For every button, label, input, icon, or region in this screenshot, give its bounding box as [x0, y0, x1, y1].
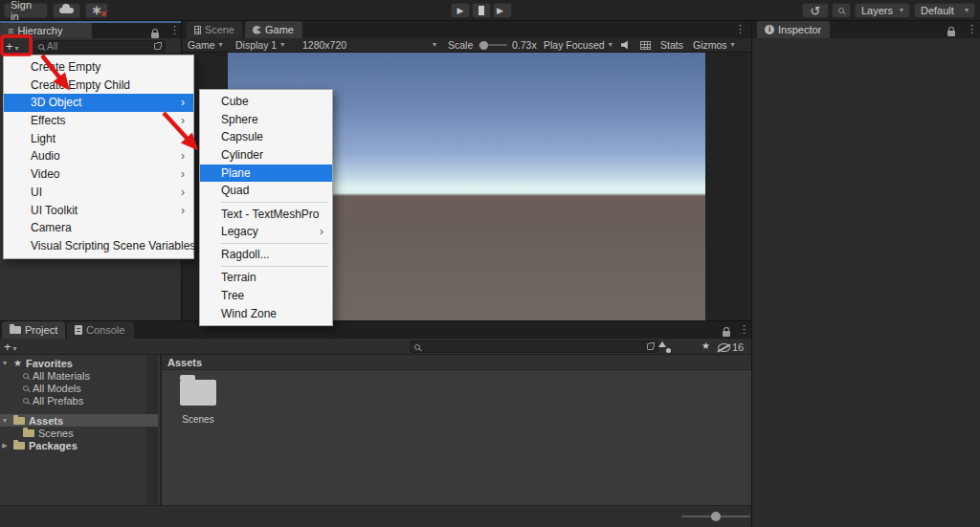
tree-item-all-prefabs[interactable]: All Prefabs — [0, 394, 158, 406]
project-search-field — [410, 340, 658, 353]
tab-game[interactable]: Game — [245, 21, 302, 38]
play-button[interactable]: ▶ — [451, 3, 470, 18]
menu-item-sphere[interactable]: Sphere — [200, 111, 332, 129]
menu-item-text-textmeshpro[interactable]: Text - TextMeshPro — [200, 206, 332, 224]
project-tree: ▼ ★ Favorites All Materials All Models A… — [0, 355, 158, 505]
global-search-button[interactable] — [832, 3, 851, 18]
menu-item-capsule[interactable]: Capsule — [200, 128, 332, 146]
tree-item-scenes[interactable]: Scenes — [0, 427, 158, 439]
submenu-chevron-icon: › — [181, 147, 185, 165]
mute-audio-button[interactable] — [621, 38, 631, 52]
display-dropdown[interactable]: Display 1▾ — [235, 38, 284, 52]
game-target-dropdown[interactable]: Game▾ — [188, 38, 223, 52]
tree-item-favorites[interactable]: ▼ ★ Favorites — [0, 357, 158, 369]
scale-label: Scale — [448, 38, 473, 52]
search-icon — [838, 8, 844, 13]
inspector-body — [752, 38, 980, 527]
lock-icon[interactable] — [947, 31, 955, 36]
pause-icon — [479, 6, 484, 15]
menu-item-3d-object[interactable]: 3D Object› — [4, 94, 193, 112]
scale-slider-handle[interactable] — [479, 41, 488, 50]
create-object-button[interactable]: +▾ — [6, 39, 19, 54]
kebab-menu-icon[interactable]: ⋮ — [735, 24, 746, 34]
hierarchy-create-menu: Create Empty Create Empty Child 3D Objec… — [3, 55, 194, 259]
menu-item-camera[interactable]: Camera — [4, 219, 193, 237]
tree-item-all-models[interactable]: All Models — [0, 382, 158, 394]
expand-arrow-icon[interactable]: ▼ — [0, 360, 10, 366]
hierarchy-search-input[interactable] — [47, 41, 151, 52]
menu-item-video[interactable]: Video› — [4, 165, 193, 184]
grid-icon — [640, 41, 651, 50]
tab-console[interactable]: Console — [67, 321, 134, 339]
menu-item-cylinder[interactable]: Cylinder — [200, 146, 332, 165]
thumbnail-size-slider[interactable] — [681, 516, 750, 517]
project-search-input[interactable] — [423, 341, 644, 352]
tab-hierarchy[interactable]: ≡ Hierarchy — [0, 23, 92, 38]
hidden-packages-icon[interactable] — [718, 343, 730, 352]
layout-dropdown[interactable]: Default ▾ — [914, 3, 975, 18]
create-asset-button[interactable]: +▾ — [4, 340, 17, 354]
kebab-menu-icon[interactable]: ⋮ — [739, 324, 749, 335]
undo-history-button[interactable]: ↺ — [802, 3, 829, 18]
tree-item-all-materials[interactable]: All Materials — [0, 369, 158, 382]
gizmos-dropdown[interactable]: Gizmos▾ — [693, 38, 735, 52]
console-log-icon — [75, 325, 82, 335]
menu-item-ragdoll[interactable]: Ragdoll... — [200, 246, 332, 264]
pause-button[interactable] — [472, 3, 491, 18]
menu-item-legacy[interactable]: Legacy› — [200, 223, 332, 241]
tab-inspector[interactable]: i Inspector — [757, 21, 830, 38]
search-icon — [38, 44, 44, 50]
tab-scene[interactable]: Scene — [187, 21, 242, 38]
kebab-menu-icon[interactable]: ⋮ — [169, 25, 180, 35]
resolution-dropdown[interactable]: 1280x720▾ — [302, 38, 436, 52]
menu-item-effects[interactable]: Effects› — [4, 112, 193, 130]
menu-item-create-empty-child[interactable]: Create Empty Child — [4, 77, 193, 95]
menu-item-audio[interactable]: Audio› — [4, 147, 193, 165]
search-options-icon[interactable] — [154, 43, 161, 50]
menu-item-ui-toolkit[interactable]: UI Toolkit› — [4, 202, 193, 220]
hierarchy-tabstrip: ≡ Hierarchy ⋮ — [0, 23, 181, 38]
favorites-filter-icon[interactable]: ★ — [702, 341, 710, 351]
collapse-arrow-icon[interactable]: ▶ — [0, 442, 10, 450]
menu-item-wind-zone[interactable]: Wind Zone — [200, 305, 332, 323]
kebab-menu-icon[interactable]: ⋮ — [967, 24, 977, 34]
folder-icon — [10, 326, 21, 334]
cloud-services-button[interactable] — [53, 3, 80, 18]
search-options-icon[interactable] — [647, 343, 654, 350]
play-icon: ▶ — [457, 7, 464, 15]
tree-item-packages[interactable]: ▶ Packages — [0, 439, 158, 451]
asset-item-scenes[interactable]: Scenes — [171, 380, 225, 425]
sign-in-button[interactable]: Sign in — [4, 3, 48, 18]
search-icon — [23, 373, 29, 379]
submenu-chevron-icon: › — [181, 94, 185, 112]
menu-item-light[interactable]: Light — [4, 130, 193, 148]
tree-item-assets[interactable]: ▼ Assets — [0, 414, 158, 427]
play-focused-dropdown[interactable]: Play Focused▾ — [544, 38, 612, 52]
menu-item-ui[interactable]: UI› — [4, 184, 193, 202]
vsync-grid-button[interactable] — [640, 38, 651, 52]
hidden-packages-count: 16 — [732, 341, 744, 353]
scale-slider[interactable] — [479, 38, 507, 52]
menu-item-plane[interactable]: Plane — [200, 165, 332, 183]
menu-item-quad[interactable]: Quad — [200, 182, 332, 200]
lock-icon[interactable] — [723, 331, 730, 337]
folder-icon — [23, 429, 34, 437]
menu-item-terrain[interactable]: Terrain — [200, 269, 332, 287]
thumbnail-size-slider-handle[interactable] — [711, 512, 721, 521]
star-icon: ★ — [13, 359, 22, 368]
step-button[interactable]: ▶ — [493, 3, 512, 18]
folder-icon — [180, 380, 216, 406]
menu-item-create-empty[interactable]: Create Empty — [4, 58, 193, 77]
tab-project[interactable]: Project — [2, 321, 65, 339]
menu-item-cube[interactable]: Cube — [200, 93, 332, 111]
layers-dropdown[interactable]: Layers ▾ — [855, 3, 910, 18]
collab-status-button[interactable]: ∗ × — [85, 3, 108, 18]
sign-in-label: Sign in — [11, 0, 41, 22]
folder-icon — [13, 417, 25, 425]
disconnected-x-icon: × — [101, 10, 107, 19]
menu-item-visual-scripting-scene-variables[interactable]: Visual Scripting Scene Variables — [4, 237, 193, 255]
menu-item-tree[interactable]: Tree — [200, 287, 332, 305]
stats-toggle[interactable]: Stats — [660, 38, 683, 52]
expand-arrow-icon[interactable]: ▼ — [0, 417, 10, 424]
menu-separator — [221, 202, 328, 203]
